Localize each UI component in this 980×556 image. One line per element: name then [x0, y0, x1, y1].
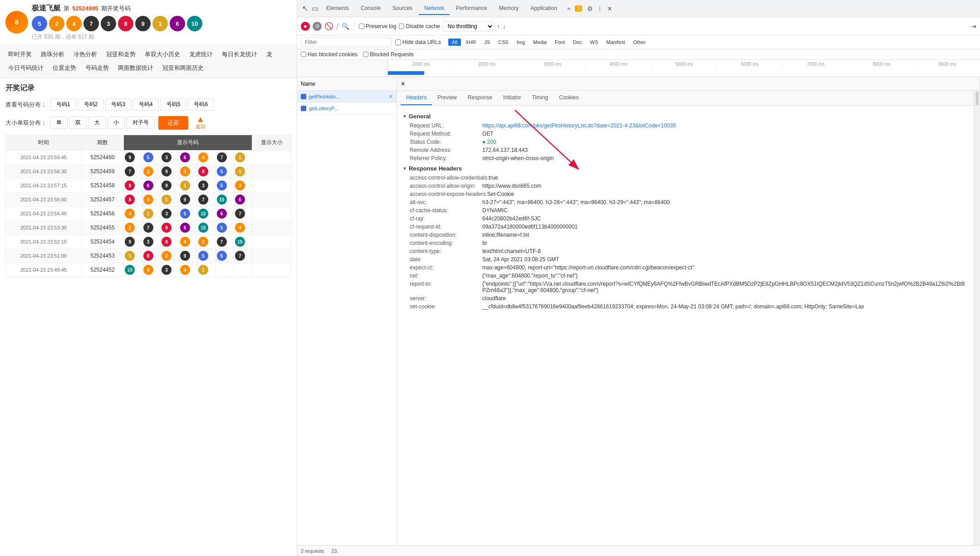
filter-btn[interactable]: 号码2 — [78, 98, 104, 111]
filter-btn-size[interactable]: 大 — [88, 117, 106, 129]
type-filter-btn-ws[interactable]: WS — [587, 39, 602, 46]
devtools-tab-elements[interactable]: Elements — [321, 2, 354, 15]
devtools-tab-console[interactable]: Console — [355, 2, 386, 15]
nav-item[interactable]: 路珠分析 — [36, 49, 69, 60]
nav-item[interactable]: 单双大小历史 — [140, 49, 185, 60]
nav-item[interactable]: 号码走势 — [81, 62, 113, 74]
request-item[interactable]: getPksHisto...✕ — [297, 91, 397, 103]
type-filter-btn-media[interactable]: Media — [529, 39, 550, 46]
filter-btn[interactable]: 号码5 — [161, 98, 186, 111]
filter-btn[interactable]: 号码4 — [133, 98, 159, 111]
response-header-row: content-disposition:inline;filename=f.tx… — [402, 232, 968, 238]
col-show-size[interactable]: 显示大小 — [252, 135, 291, 151]
devtools-tab-memory[interactable]: Memory — [494, 2, 524, 15]
detail-tab-preview[interactable]: Preview — [432, 91, 462, 105]
detail-tab-timing[interactable]: Timing — [526, 91, 554, 105]
devtools-tab-application[interactable]: Application — [525, 2, 563, 15]
nav-item[interactable]: 龙 — [262, 49, 277, 60]
detail-tab-response[interactable]: Response — [462, 91, 498, 105]
triangle-icon[interactable]: ▼ — [402, 114, 407, 119]
devtools-tab-sources[interactable]: Sources — [387, 2, 418, 15]
type-filter-btn-font[interactable]: Font — [551, 39, 568, 46]
name-header: Name — [297, 77, 397, 90]
type-filter-btn-xhr[interactable]: XHR — [462, 39, 480, 46]
devtools-tab-network[interactable]: Network — [419, 2, 450, 15]
result-ball: 2 — [198, 237, 208, 247]
result-ball: 4 — [143, 195, 153, 205]
cell-ball: 5 — [216, 221, 234, 235]
filter-btn[interactable]: 号码1 — [50, 98, 76, 111]
header-key: nel: — [410, 273, 482, 279]
cell-ball: 9 — [124, 235, 142, 249]
expand-icon[interactable]: ⇥ — [971, 23, 976, 30]
nav-item[interactable]: 冠亚和两面历史 — [158, 62, 208, 74]
return-button[interactable]: ▲ 返回 — [196, 115, 206, 130]
more-options-icon[interactable]: ⋮ — [596, 5, 604, 13]
filter-btn[interactable]: 号码3 — [105, 98, 131, 111]
type-filter-btn-all[interactable]: All — [448, 39, 461, 46]
stop-button[interactable]: ⊘ — [313, 22, 322, 31]
filter-btn-size[interactable]: 小 — [108, 117, 125, 129]
more-tabs-icon[interactable]: » — [564, 5, 573, 12]
result-ball: 4 — [180, 166, 190, 176]
search-icon[interactable]: 🔍 — [342, 23, 349, 30]
filter-btn[interactable]: 号码6 — [188, 98, 214, 111]
nav-item[interactable]: 冠亚和走势 — [102, 49, 140, 60]
filter-btn-size[interactable]: 对子号 — [127, 117, 155, 129]
record-button[interactable]: ● — [301, 22, 310, 31]
type-filter-btn-doc[interactable]: Doc — [569, 39, 586, 46]
winning-ball: 10 — [187, 16, 202, 31]
table-row: 2021-04-23 23:49:4552524452104341 — [6, 263, 291, 277]
response-header-row: content-encoding:br — [402, 240, 968, 246]
restore-button[interactable]: 还原 — [158, 116, 188, 130]
scrollbar-thumb[interactable] — [976, 92, 979, 105]
settings-icon[interactable]: ⚙ — [586, 5, 594, 13]
type-filter-btn-other[interactable]: Other — [630, 39, 650, 46]
filter-btn-size[interactable]: 单 — [50, 117, 68, 129]
filter-label-2: 大小单双分布： — [5, 119, 47, 127]
result-ball: 5 — [180, 209, 190, 219]
triangle-icon-2[interactable]: ▼ — [402, 166, 407, 171]
blocked-cookies-check[interactable]: Has blocked cookies — [301, 51, 358, 58]
type-filter-btn-css[interactable]: CSS — [495, 39, 512, 46]
clear-button[interactable]: 🚫 — [324, 22, 333, 30]
throttle-select[interactable]: No throttling — [443, 21, 494, 31]
type-filter-btn-manifest[interactable]: Manifest — [603, 39, 629, 46]
devtools-panel: ↖ ▭ ElementsConsoleSourcesNetworkPerform… — [297, 0, 980, 556]
warning-badge[interactable]: 2 — [575, 5, 582, 12]
detail-tab-headers[interactable]: Headers — [401, 91, 432, 105]
timeline-ticks: 1000 ms2000 ms3000 ms4000 ms5000 ms6000 … — [388, 60, 980, 67]
nav-item[interactable]: 龙虎统计 — [185, 49, 217, 60]
download-icon[interactable]: ↓ — [503, 23, 506, 30]
detail-tab-initiator[interactable]: Initiator — [498, 91, 526, 105]
nav-item[interactable]: 今日号码统计 — [4, 62, 48, 74]
timeline-name-header: Headers — [297, 60, 388, 77]
col-show-num[interactable]: 显示号码 — [124, 135, 252, 151]
request-item[interactable]: getLotteryP... — [297, 103, 397, 114]
nav-item[interactable]: 两面数据统计 — [113, 62, 158, 74]
cursor-icon[interactable]: ↖ — [301, 5, 309, 13]
device-icon[interactable]: ▭ — [311, 5, 319, 13]
devtools-tab-performance[interactable]: Performance — [451, 2, 493, 15]
blocked-requests-check[interactable]: Blocked Requests — [363, 51, 414, 58]
preserve-log-checkbox[interactable]: Preserve log — [359, 23, 396, 29]
upload-icon[interactable]: ↑ — [497, 23, 500, 30]
winning-balls: 52473891610 — [32, 16, 291, 31]
nav-item[interactable]: 位置走势 — [48, 62, 81, 74]
close-devtools-icon[interactable]: ✕ — [606, 5, 614, 13]
filter-input[interactable] — [301, 37, 392, 47]
nav-item[interactable]: 每日长龙统计 — [217, 49, 262, 60]
filter-btn-size[interactable]: 双 — [69, 117, 87, 129]
hide-data-urls-check[interactable]: Hide data URLs — [395, 39, 441, 45]
nav-item[interactable]: 冷热分析 — [69, 49, 102, 60]
type-filter-btn-js[interactable]: JS — [480, 39, 494, 46]
cell-period: 52524460 — [81, 151, 124, 165]
request-type-icon — [301, 106, 306, 111]
disable-cache-checkbox[interactable]: Disable cache — [399, 23, 440, 29]
filter-icon[interactable]: ⧸ — [336, 22, 339, 30]
request-close-icon[interactable]: ✕ — [388, 93, 393, 100]
type-filter-btn-img[interactable]: Img — [513, 39, 529, 46]
detail-tab-cookies[interactable]: Cookies — [554, 91, 584, 105]
cell-time: 2021-04-23 23:51:00 — [6, 249, 82, 263]
nav-item[interactable]: 即时开奖 — [4, 49, 36, 60]
